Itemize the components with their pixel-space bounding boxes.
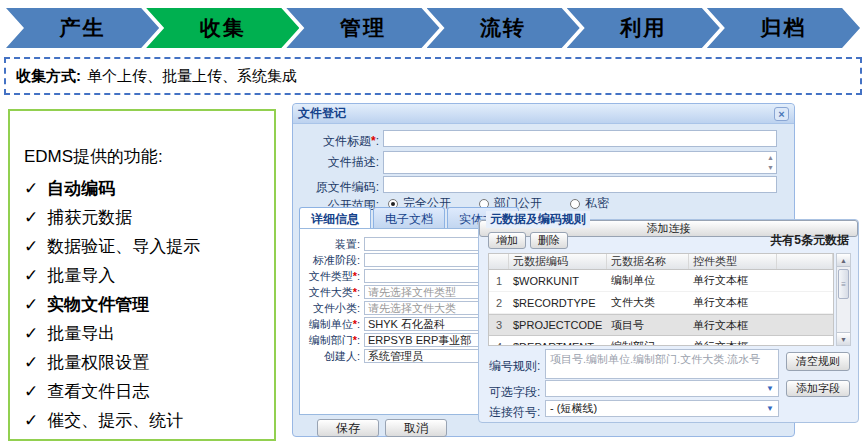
rule-label: 编号规则:: [489, 358, 540, 375]
cell-control-type: 单行文本框: [689, 336, 777, 346]
col-metadata-name[interactable]: 元数据名称: [607, 254, 689, 269]
field-label: 装置*:: [300, 237, 360, 252]
metadata-rules-panel: 元数据及编码规则 增加 删除 共有5条元数据 元数据编码 元数据名称 控件类型 …: [478, 219, 859, 423]
chevron-down-icon[interactable]: ▼: [766, 405, 774, 413]
feature-item: ✓查看文件日志: [24, 377, 268, 406]
field-label: 标准阶段*:: [300, 253, 360, 268]
tab-label: 详细信息: [311, 212, 359, 226]
field-label: 编制部门*:: [300, 333, 360, 348]
col-blank: [777, 254, 833, 269]
feature-text: 自动编码: [47, 179, 115, 198]
feature-item: ✓批量导出: [24, 319, 268, 348]
radio-label: 私密: [585, 195, 609, 212]
add-field-button[interactable]: 添加字段: [786, 380, 850, 397]
table-row[interactable]: 2 $RECORDTYPE 文件大类 单行文本框: [489, 292, 833, 314]
feature-text: 催交、提示、统计: [47, 411, 183, 430]
scroll-up-icon[interactable]: ▲: [767, 154, 774, 161]
feature-text: 查看文件日志: [47, 382, 149, 401]
checkmark-icon: ✓: [24, 237, 38, 256]
process-step[interactable]: 收集: [146, 8, 299, 48]
process-step-label: 产生: [60, 14, 106, 42]
process-step[interactable]: 归档: [707, 8, 860, 48]
feature-item: ✓批量权限设置: [24, 348, 268, 377]
process-step[interactable]: 产生: [6, 8, 159, 48]
delete-button[interactable]: 删除: [530, 232, 568, 249]
tab[interactable]: 详细信息: [299, 207, 371, 228]
connector-label: 连接符号:: [489, 404, 540, 421]
feature-item: ✓批量导入: [24, 261, 268, 290]
file-desc-label: 文件描述:: [299, 154, 379, 171]
cell-control-type: 单行文本框: [689, 292, 777, 313]
feature-text: 批量权限设置: [47, 353, 149, 372]
table-row[interactable]: 4 $DEPARTMENT 编制部门 单行文本框: [489, 336, 833, 346]
collect-method-label: 收集方式:: [16, 67, 81, 86]
col-control-type[interactable]: 控件类型: [689, 254, 777, 269]
cancel-button[interactable]: 取消: [385, 419, 447, 437]
file-title-label: 文件标题*:: [299, 133, 379, 150]
cell-blank: [777, 336, 833, 346]
process-step-label: 管理: [340, 14, 386, 42]
process-step[interactable]: 流转: [427, 8, 580, 48]
scrollbar-thumb[interactable]: ≡: [838, 269, 849, 299]
cell-metadata-name: 编制单位: [607, 270, 689, 291]
process-step-label: 利用: [620, 14, 666, 42]
checkmark-icon: ✓: [24, 353, 38, 372]
tab[interactable]: 电子文档: [373, 207, 445, 228]
cell-row-number: 2: [489, 292, 509, 313]
connector-value: - (短横线): [550, 401, 597, 416]
col-row-number: [489, 254, 509, 269]
checkmark-icon: ✓: [24, 411, 38, 430]
process-step[interactable]: 利用: [567, 8, 720, 48]
connector-select[interactable]: - (短横线) ▼: [545, 400, 779, 417]
checkmark-icon: ✓: [24, 295, 38, 314]
field-label: 编制单位*:: [300, 317, 360, 332]
cell-blank: [777, 270, 833, 291]
cell-row-number: 1: [489, 270, 509, 291]
table-row[interactable]: 1 $WORKUNIT 编制单位 单行文本框: [489, 270, 833, 292]
rule-input[interactable]: 项目号.编制单位.编制部门.文件大类.流水号: [545, 349, 779, 379]
field-label: 文件小类*:: [300, 301, 360, 316]
table-row[interactable]: 3 $PROJECTCODE 项目号 单行文本框: [489, 314, 833, 336]
cell-metadata-name: 编制部门: [607, 336, 689, 346]
scroll-down-icon[interactable]: ▼: [767, 164, 774, 171]
process-step[interactable]: 管理: [286, 8, 439, 48]
cell-metadata-name: 项目号: [607, 315, 689, 335]
add-button[interactable]: 增加: [488, 232, 526, 249]
chevron-down-icon[interactable]: ▼: [766, 385, 774, 393]
process-bar: 产生 收集 管理 流转 利用 归档: [6, 8, 860, 48]
file-desc-textarea[interactable]: ▲ ▼: [383, 151, 777, 174]
process-step-label: 收集: [200, 14, 246, 42]
feature-text: 捕获元数据: [47, 208, 132, 227]
orig-code-input[interactable]: [383, 176, 777, 193]
metadata-toolbar: 增加 删除 共有5条元数据: [488, 232, 849, 249]
radio-icon: [570, 199, 580, 209]
features-list: ✓自动编码 ✓捕获元数据 ✓数据验证、导入提示 ✓批量导入 ✓实物文件管理 ✓批…: [24, 174, 268, 435]
checkmark-icon: ✓: [24, 324, 38, 343]
clear-rule-button[interactable]: 清空规则: [786, 352, 850, 371]
table-header-row: 元数据编码 元数据名称 控件类型: [489, 254, 833, 270]
col-metadata-code[interactable]: 元数据编码: [509, 254, 607, 269]
cell-control-type: 单行文本框: [689, 270, 777, 291]
save-button[interactable]: 保存: [317, 419, 379, 437]
table-scrollbar[interactable]: ▲ ≡ ▼: [836, 253, 851, 346]
close-icon[interactable]: ×: [774, 107, 789, 121]
metadata-count: 共有5条元数据: [770, 232, 849, 249]
optional-field-select[interactable]: ▼: [545, 380, 779, 397]
edms-features-panel: EDMS提供的功能: ✓自动编码 ✓捕获元数据 ✓数据验证、导入提示 ✓批量导入…: [8, 109, 276, 441]
metadata-table: 元数据编码 元数据名称 控件类型 1 $WORKUNIT 编制单位 单行文本框 …: [488, 253, 834, 346]
table-body: 1 $WORKUNIT 编制单位 单行文本框 2 $RECORDTYPE 文件大…: [489, 270, 833, 346]
tab-label: 电子文档: [385, 212, 433, 226]
field-label: 文件大类*:: [300, 285, 360, 300]
feature-item: ✓催交、提示、统计: [24, 406, 268, 435]
optional-field-label: 可选字段:: [489, 384, 540, 401]
process-step-label: 流转: [480, 14, 526, 42]
radio-option[interactable]: 私密: [570, 195, 609, 212]
panel-legend: 元数据及编码规则: [486, 211, 590, 228]
dialog-titlebar[interactable]: 文件登记 ×: [293, 104, 794, 124]
feature-item: ✓捕获元数据: [24, 203, 268, 232]
scrollbar-down-icon[interactable]: ▼: [837, 332, 850, 345]
field-label: 文件类型*:: [300, 269, 360, 284]
file-title-input[interactable]: [383, 130, 777, 147]
cell-blank: [777, 315, 833, 335]
scrollbar-up-icon[interactable]: ▲: [837, 254, 850, 267]
